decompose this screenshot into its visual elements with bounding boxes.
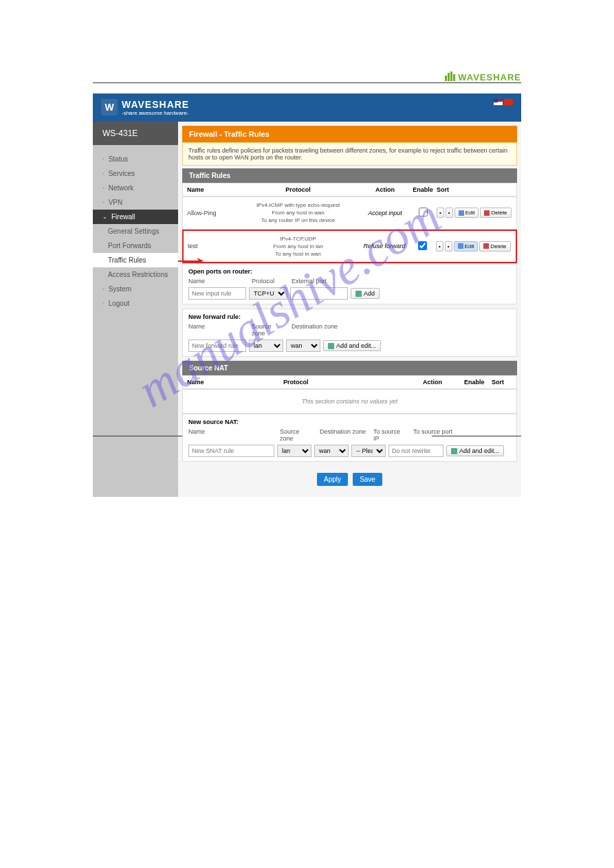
new-forward-title: New forward rule: — [188, 313, 511, 320]
source-nat-section-title: Source NAT — [182, 361, 517, 375]
edit-button[interactable]: Edit — [454, 241, 479, 252]
open-port-protocol-select[interactable]: TCP+UDP — [249, 287, 287, 300]
new-snat-section: New source NAT: Name Source zone Destina… — [182, 414, 517, 462]
add-icon — [328, 343, 334, 349]
add-icon — [451, 448, 457, 454]
rule-enable-checkbox[interactable] — [419, 208, 428, 216]
snat-empty-message: This section contains no values yet — [182, 389, 517, 414]
rule-action: Accept input — [361, 210, 409, 216]
chevron-right-icon: › — [102, 185, 105, 191]
rule-action: Refuse forward — [360, 243, 408, 249]
brand-icon: W — [101, 99, 118, 115]
label-protocol: Protocol — [252, 278, 286, 285]
th-name: Name — [187, 379, 283, 386]
rule-protocol: IPv4-TCP,UDP From any host in lan To any… — [236, 235, 360, 258]
chevron-right-icon: › — [102, 170, 105, 177]
traffic-table-header: Name Protocol Action Enable Sort — [182, 183, 517, 197]
th-protocol: Protocol — [283, 379, 423, 386]
new-snat-title: New source NAT: — [188, 419, 511, 425]
edit-button[interactable]: Edit — [454, 208, 479, 218]
nav-logout[interactable]: ›Logout — [93, 296, 178, 311]
snat-dest-select[interactable]: wan — [314, 445, 349, 457]
nav-network[interactable]: ›Network — [93, 181, 178, 195]
snat-source-select[interactable]: lan — [277, 445, 311, 457]
label-external-port: External port — [292, 278, 327, 285]
brand-block: W WAVESHARE -share awesome hardware- — [101, 99, 189, 116]
language-flags — [494, 99, 513, 105]
page-rule-top — [93, 82, 521, 83]
nav-status[interactable]: ›Status — [93, 152, 178, 166]
sort-down-button[interactable]: • — [445, 241, 452, 252]
label-to-source-port: To source port — [413, 428, 452, 442]
page-title: Firewall - Traffic Rules — [182, 126, 517, 142]
label-source-zone: Source zone — [252, 323, 286, 337]
nav-firewall[interactable]: ⌄Firewall — [93, 210, 178, 224]
chevron-right-icon: › — [102, 300, 105, 307]
delete-button[interactable]: Delete — [480, 208, 511, 218]
th-sort: Sort — [437, 186, 512, 193]
edit-icon — [458, 243, 463, 249]
forward-source-select[interactable]: lan — [249, 340, 283, 352]
sidebar: WS-431E ›Status ›Services ›Network ›VPN … — [93, 122, 178, 497]
flag-us-icon[interactable] — [494, 99, 503, 105]
open-port-name-input[interactable] — [188, 287, 246, 300]
th-name: Name — [187, 186, 235, 193]
rule-name: test — [188, 243, 236, 249]
label-destination-zone: Destination zone — [320, 428, 368, 442]
label-name: Name — [188, 278, 246, 285]
th-sort: Sort — [492, 379, 512, 386]
label-source-zone: Source zone — [280, 428, 314, 442]
forward-name-input[interactable] — [188, 340, 246, 352]
add-icon — [355, 291, 362, 297]
page-footer-rules — [93, 436, 521, 436]
rule-protocol: IPv4-ICMP with type echo-request From an… — [235, 201, 361, 225]
th-action: Action — [361, 186, 409, 193]
snat-sourceport-input[interactable] — [388, 445, 443, 457]
snat-table-header: Name Protocol Action Enable Sort — [182, 375, 517, 389]
add-snat-button[interactable]: Add and edit... — [446, 445, 504, 456]
nav-services[interactable]: ›Services — [93, 166, 178, 181]
subnav-access-restrictions[interactable]: Access Restrictions — [93, 267, 178, 282]
traffic-rule-row: test IPv4-TCP,UDP From any host in lan T… — [182, 230, 517, 264]
apply-button[interactable]: Apply — [317, 473, 348, 486]
brand-tagline: -share awesome hardware- — [122, 110, 189, 116]
th-enable: Enable — [464, 379, 492, 386]
label-name: Name — [188, 323, 246, 337]
subnav-traffic-rules[interactable]: Traffic Rules➤ — [93, 253, 178, 267]
add-open-port-button[interactable]: Add — [351, 288, 380, 299]
save-button[interactable]: Save — [353, 473, 382, 486]
nav-system[interactable]: ›System — [93, 282, 178, 296]
open-port-extport-input[interactable] — [290, 287, 348, 300]
chevron-right-icon: › — [102, 199, 105, 205]
app-header: W WAVESHARE -share awesome hardware- — [93, 93, 521, 122]
subnav-general-settings[interactable]: General Settings — [93, 224, 178, 238]
open-ports-title: Open ports on router: — [188, 268, 511, 275]
brand-name: WAVESHARE — [122, 99, 189, 110]
nav-vpn[interactable]: ›VPN — [93, 195, 178, 210]
page-description: Traffic rules define policies for packet… — [182, 142, 517, 166]
forward-dest-select[interactable]: wan — [286, 340, 320, 352]
add-forward-button[interactable]: Add and edit... — [323, 340, 381, 351]
th-action: Action — [423, 379, 464, 386]
delete-icon — [484, 210, 490, 216]
pointer-arrow-icon: ➤ — [196, 255, 204, 266]
th-protocol: Protocol — [235, 186, 361, 193]
delete-icon — [483, 243, 489, 249]
traffic-rules-section-title: Traffic Rules — [182, 168, 517, 183]
device-name-label: WS-431E — [93, 122, 178, 145]
sort-up-button[interactable]: • — [436, 241, 443, 252]
new-forward-section: New forward rule: Name Source zone Desti… — [182, 309, 517, 357]
delete-button[interactable]: Delete — [479, 241, 510, 252]
open-ports-section: Open ports on router: Name Protocol Exte… — [182, 263, 517, 304]
snat-sourceip-select[interactable]: -- Please choo — [351, 445, 386, 457]
snat-name-input[interactable] — [188, 445, 274, 457]
rule-enable-checkbox[interactable] — [418, 241, 427, 250]
subnav-port-forwards[interactable]: Port Forwards — [93, 238, 178, 253]
chevron-right-icon: › — [102, 156, 105, 162]
edit-icon — [459, 210, 464, 216]
th-enable: Enable — [409, 186, 437, 193]
traffic-rule-row: Allow-Ping IPv4-ICMP with type echo-requ… — [182, 197, 517, 230]
flag-cn-icon[interactable] — [504, 99, 513, 105]
sort-down-button[interactable]: • — [446, 208, 453, 218]
sort-up-button[interactable]: • — [437, 208, 444, 218]
